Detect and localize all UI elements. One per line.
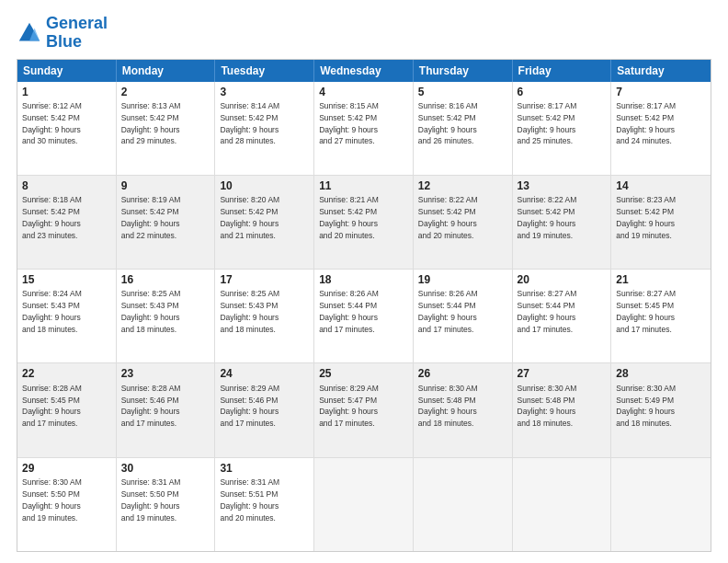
header-day-tuesday: Tuesday <box>215 60 314 82</box>
day-number: 8 <box>22 178 111 193</box>
calendar-week-5: 29 Sunrise: 8:30 AMSunset: 5:50 PMDaylig… <box>17 458 711 551</box>
day-cell-16: 16 Sunrise: 8:25 AMSunset: 5:43 PMDaylig… <box>117 270 216 362</box>
day-cell-11: 11 Sunrise: 8:21 AMSunset: 5:42 PMDaylig… <box>314 176 414 269</box>
cell-content: Sunrise: 8:17 AMSunset: 5:42 PMDaylight:… <box>518 101 577 146</box>
cell-content: Sunrise: 8:24 AMSunset: 5:43 PMDaylight:… <box>22 289 82 334</box>
cell-content: Sunrise: 8:27 AMSunset: 5:44 PMDaylight:… <box>518 289 577 334</box>
header: General Blue <box>17 15 711 52</box>
calendar-body: 1 Sunrise: 8:12 AMSunset: 5:42 PMDayligh… <box>17 82 711 551</box>
day-number: 20 <box>518 272 607 287</box>
day-cell-28: 28 Sunrise: 8:30 AMSunset: 5:49 PMDaylig… <box>611 363 711 456</box>
day-number: 3 <box>220 85 309 99</box>
day-number: 30 <box>121 461 210 476</box>
day-number: 19 <box>418 272 507 287</box>
cell-content: Sunrise: 8:19 AMSunset: 5:42 PMDaylight:… <box>121 195 181 240</box>
cell-content: Sunrise: 8:31 AMSunset: 5:50 PMDaylight:… <box>121 477 181 523</box>
day-cell-18: 18 Sunrise: 8:26 AMSunset: 5:44 PMDaylig… <box>314 270 414 362</box>
day-cell-20: 20 Sunrise: 8:27 AMSunset: 5:44 PMDaylig… <box>513 270 612 362</box>
header-day-wednesday: Wednesday <box>314 60 414 82</box>
empty-cell <box>314 458 414 551</box>
cell-content: Sunrise: 8:27 AMSunset: 5:45 PMDaylight:… <box>616 289 676 334</box>
calendar: SundayMondayTuesdayWednesdayThursdayFrid… <box>17 59 711 552</box>
cell-content: Sunrise: 8:23 AMSunset: 5:42 PMDaylight:… <box>616 195 676 240</box>
day-cell-10: 10 Sunrise: 8:20 AMSunset: 5:42 PMDaylig… <box>215 176 314 269</box>
day-cell-24: 24 Sunrise: 8:29 AMSunset: 5:46 PMDaylig… <box>215 363 314 456</box>
cell-content: Sunrise: 8:30 AMSunset: 5:48 PMDaylight:… <box>418 384 478 429</box>
logo-icon <box>17 20 42 46</box>
cell-content: Sunrise: 8:30 AMSunset: 5:50 PMDaylight:… <box>22 477 82 523</box>
day-number: 17 <box>220 272 309 287</box>
day-cell-8: 8 Sunrise: 8:18 AMSunset: 5:42 PMDayligh… <box>17 176 117 269</box>
day-number: 28 <box>616 366 706 381</box>
calendar-header-row: SundayMondayTuesdayWednesdayThursdayFrid… <box>17 60 711 82</box>
day-number: 10 <box>220 178 309 193</box>
day-cell-17: 17 Sunrise: 8:25 AMSunset: 5:43 PMDaylig… <box>215 270 314 362</box>
day-number: 25 <box>319 366 408 381</box>
cell-content: Sunrise: 8:20 AMSunset: 5:42 PMDaylight:… <box>220 195 279 240</box>
calendar-week-4: 22 Sunrise: 8:28 AMSunset: 5:45 PMDaylig… <box>17 363 711 457</box>
day-number: 18 <box>319 272 408 287</box>
day-cell-31: 31 Sunrise: 8:31 AMSunset: 5:51 PMDaylig… <box>215 458 314 551</box>
calendar-week-2: 8 Sunrise: 8:18 AMSunset: 5:42 PMDayligh… <box>17 176 711 270</box>
day-number: 13 <box>518 178 607 193</box>
cell-content: Sunrise: 8:25 AMSunset: 5:43 PMDaylight:… <box>121 289 181 334</box>
header-day-monday: Monday <box>117 60 216 82</box>
day-number: 24 <box>220 366 309 381</box>
calendar-week-1: 1 Sunrise: 8:12 AMSunset: 5:42 PMDayligh… <box>17 82 711 176</box>
cell-content: Sunrise: 8:25 AMSunset: 5:43 PMDaylight:… <box>220 289 279 334</box>
day-number: 16 <box>121 272 210 287</box>
day-number: 7 <box>616 85 706 99</box>
day-cell-15: 15 Sunrise: 8:24 AMSunset: 5:43 PMDaylig… <box>17 270 117 362</box>
cell-content: Sunrise: 8:16 AMSunset: 5:42 PMDaylight:… <box>418 101 478 146</box>
day-cell-14: 14 Sunrise: 8:23 AMSunset: 5:42 PMDaylig… <box>611 176 711 269</box>
day-cell-19: 19 Sunrise: 8:26 AMSunset: 5:44 PMDaylig… <box>414 270 513 362</box>
day-cell-12: 12 Sunrise: 8:22 AMSunset: 5:42 PMDaylig… <box>414 176 513 269</box>
cell-content: Sunrise: 8:22 AMSunset: 5:42 PMDaylight:… <box>518 195 577 240</box>
header-day-thursday: Thursday <box>414 60 513 82</box>
day-cell-29: 29 Sunrise: 8:30 AMSunset: 5:50 PMDaylig… <box>17 458 117 551</box>
day-cell-5: 5 Sunrise: 8:16 AMSunset: 5:42 PMDayligh… <box>414 82 513 175</box>
day-cell-23: 23 Sunrise: 8:28 AMSunset: 5:46 PMDaylig… <box>117 363 216 456</box>
cell-content: Sunrise: 8:28 AMSunset: 5:45 PMDaylight:… <box>22 384 82 429</box>
cell-content: Sunrise: 8:26 AMSunset: 5:44 PMDaylight:… <box>319 289 379 334</box>
day-number: 15 <box>22 272 111 287</box>
day-number: 5 <box>418 85 507 99</box>
day-number: 12 <box>418 178 507 193</box>
day-cell-6: 6 Sunrise: 8:17 AMSunset: 5:42 PMDayligh… <box>513 82 612 175</box>
header-day-sunday: Sunday <box>17 60 117 82</box>
day-number: 26 <box>418 366 507 381</box>
day-number: 23 <box>121 366 210 381</box>
day-number: 14 <box>616 178 706 193</box>
page: General Blue SundayMondayTuesdayWednesda… <box>0 0 728 563</box>
empty-cell <box>414 458 513 551</box>
cell-content: Sunrise: 8:30 AMSunset: 5:48 PMDaylight:… <box>518 384 577 429</box>
day-number: 29 <box>22 461 111 476</box>
cell-content: Sunrise: 8:14 AMSunset: 5:42 PMDaylight:… <box>220 101 279 146</box>
day-cell-2: 2 Sunrise: 8:13 AMSunset: 5:42 PMDayligh… <box>117 82 216 175</box>
cell-content: Sunrise: 8:29 AMSunset: 5:47 PMDaylight:… <box>319 384 379 429</box>
day-number: 1 <box>22 85 111 99</box>
cell-content: Sunrise: 8:15 AMSunset: 5:42 PMDaylight:… <box>319 101 379 146</box>
cell-content: Sunrise: 8:21 AMSunset: 5:42 PMDaylight:… <box>319 195 379 240</box>
day-number: 27 <box>518 366 607 381</box>
day-cell-21: 21 Sunrise: 8:27 AMSunset: 5:45 PMDaylig… <box>611 270 711 362</box>
day-cell-27: 27 Sunrise: 8:30 AMSunset: 5:48 PMDaylig… <box>513 363 612 456</box>
cell-content: Sunrise: 8:29 AMSunset: 5:46 PMDaylight:… <box>220 384 279 429</box>
day-cell-13: 13 Sunrise: 8:22 AMSunset: 5:42 PMDaylig… <box>513 176 612 269</box>
day-cell-4: 4 Sunrise: 8:15 AMSunset: 5:42 PMDayligh… <box>314 82 414 175</box>
logo-text: General Blue <box>46 15 108 52</box>
empty-cell <box>513 458 612 551</box>
empty-cell <box>611 458 711 551</box>
cell-content: Sunrise: 8:17 AMSunset: 5:42 PMDaylight:… <box>616 101 676 146</box>
day-number: 11 <box>319 178 408 193</box>
day-cell-22: 22 Sunrise: 8:28 AMSunset: 5:45 PMDaylig… <box>17 363 117 456</box>
header-day-saturday: Saturday <box>611 60 711 82</box>
cell-content: Sunrise: 8:22 AMSunset: 5:42 PMDaylight:… <box>418 195 478 240</box>
day-number: 22 <box>22 366 111 381</box>
cell-content: Sunrise: 8:12 AMSunset: 5:42 PMDaylight:… <box>22 101 82 146</box>
day-number: 9 <box>121 178 210 193</box>
day-number: 21 <box>616 272 706 287</box>
day-cell-3: 3 Sunrise: 8:14 AMSunset: 5:42 PMDayligh… <box>215 82 314 175</box>
day-number: 31 <box>220 461 309 476</box>
cell-content: Sunrise: 8:26 AMSunset: 5:44 PMDaylight:… <box>418 289 478 334</box>
